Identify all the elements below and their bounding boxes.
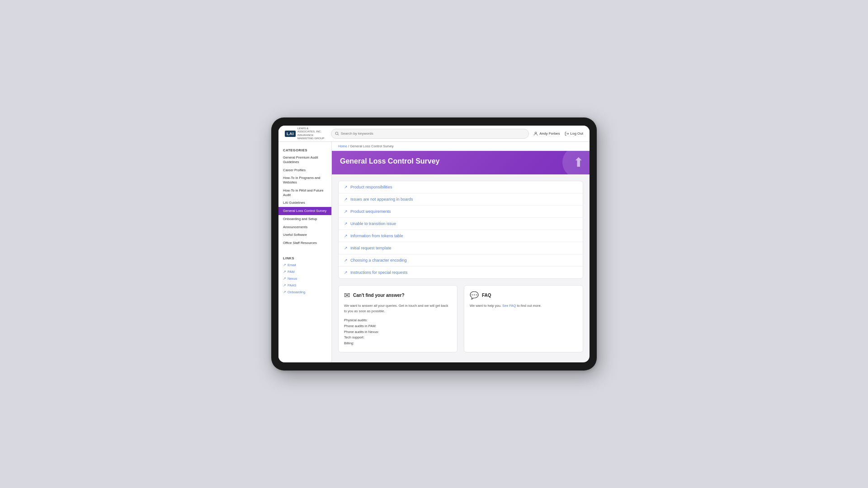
sidebar-link-paas[interactable]: ↗ PAAS (278, 282, 331, 289)
article-link-icon: ↗ (344, 209, 348, 214)
user-name: Andy Forbes (539, 131, 560, 136)
sidebar-link-email[interactable]: ↗ Email (278, 262, 331, 268)
breadcrumb-current: General Loss Control Survey (350, 144, 393, 148)
article-item[interactable]: ↗ Issues are not appearing in boards (339, 193, 583, 206)
contact-icon: ✉ (344, 291, 350, 300)
faq-card-body: We want to help you. See FAQ to find out… (470, 303, 577, 309)
external-link-icon: ↗ (283, 283, 286, 287)
external-link-icon: ↗ (283, 263, 286, 267)
user-icon (533, 131, 538, 136)
article-link-text: Product responsibilities (350, 185, 392, 189)
external-link-icon: ↗ (283, 277, 286, 281)
contact-info-line: Physical audits: (344, 318, 452, 324)
page-title: General Loss Control Survey (340, 157, 581, 165)
breadcrumb-home[interactable]: Home (338, 144, 347, 148)
logo-badge: LAI (285, 131, 296, 137)
sidebar-item-onboarding[interactable]: Onboarding and Setup (278, 215, 331, 223)
main-area: CATEGORIES General Premium Audit Guideli… (278, 142, 590, 362)
faq-card-title: FAQ (482, 293, 491, 298)
faq-body-prefix: We want to help you. (470, 304, 501, 308)
sidebar-item-howto-pam[interactable]: How-To in PAM and Future Audit (278, 187, 331, 199)
article-link-text: Initial request template (350, 246, 392, 250)
external-link-icon: ↗ (283, 270, 286, 274)
sidebar-link-onboarding[interactable]: ↗ Onboarding (278, 289, 331, 296)
page-header: General Loss Control Survey ⬆ (332, 151, 590, 174)
sidebar-item-useful-software[interactable]: Useful Software (278, 231, 331, 239)
article-link-text: Unable to transition issue (350, 221, 396, 226)
link-nexus-label: Nexus (288, 277, 297, 281)
article-link-icon: ↗ (344, 258, 348, 263)
svg-line-1 (338, 134, 339, 135)
categories-label: CATEGORIES (278, 146, 331, 154)
articles-list: ↗ Product responsibilities ↗ Issues are … (338, 181, 583, 279)
logout-button[interactable]: Log Out (565, 131, 583, 136)
article-link-icon: ↗ (344, 221, 348, 226)
article-link-icon: ↗ (344, 246, 348, 250)
sidebar: CATEGORIES General Premium Audit Guideli… (278, 142, 332, 362)
link-pam-label: PAM (288, 270, 295, 274)
article-link-icon: ↗ (344, 197, 348, 202)
article-link-text: Choosing a character encoding (350, 258, 407, 263)
article-item[interactable]: ↗ Choosing a character encoding (339, 254, 583, 267)
faq-body-suffix-text: to find out more. (517, 304, 542, 308)
article-item[interactable]: ↗ Instructions for special requests (339, 267, 583, 278)
article-link-icon: ↗ (344, 234, 348, 238)
contact-info-line: Phone audits in Nexus: (344, 329, 452, 335)
sidebar-item-office-staff[interactable]: Office Staff Resources (278, 239, 331, 247)
article-item[interactable]: ↗ Initial request template (339, 242, 583, 254)
svg-point-0 (335, 132, 338, 134)
content-area: Home / General Loss Control Survey Gener… (332, 142, 590, 362)
header-decoration: ⬆ (562, 151, 590, 174)
contact-card-title: Can't find your answer? (353, 293, 405, 298)
faq-card: 💬 FAQ We want to help you. See FAQ to fi… (464, 285, 583, 352)
article-link-text: Product wequirements (350, 209, 391, 214)
contact-card-body: We want to answer all your queries. Get … (344, 303, 452, 314)
sidebar-link-pam[interactable]: ↗ PAM (278, 268, 331, 275)
sidebar-item-howto-programs[interactable]: How-To in Programs and Websites (278, 174, 331, 187)
top-nav: LAI LEWIS & ASSOCIATES, INC. INSURANCE M… (278, 126, 590, 142)
article-link-text: Instructions for special requests (350, 270, 408, 275)
logo-subtext: LEWIS & ASSOCIATES, INC. INSURANCE MARKE… (297, 127, 325, 140)
sidebar-item-general-premium[interactable]: General Premium Audit Guidelines (278, 154, 331, 166)
article-item[interactable]: ↗ Information from tokens table (339, 230, 583, 242)
faq-card-header: 💬 FAQ (470, 291, 577, 300)
logout-icon (565, 131, 569, 136)
sidebar-item-career[interactable]: Career Profiles (278, 166, 331, 174)
contact-card-header: ✉ Can't find your answer? (344, 291, 452, 300)
search-input[interactable] (341, 131, 525, 136)
contact-info-line: Phone audits in PAM: (344, 324, 452, 329)
contact-info-line: Tech support: (344, 335, 452, 341)
nav-user: Andy Forbes Log Out (533, 131, 583, 136)
header-icon: ⬆ (573, 155, 584, 170)
link-onboarding-label: Onboarding (288, 290, 305, 294)
search-bar[interactable] (331, 129, 529, 139)
sidebar-link-nexus[interactable]: ↗ Nexus (278, 275, 331, 282)
article-link-icon: ↗ (344, 270, 348, 275)
article-link-text: Information from tokens table (350, 234, 403, 238)
article-item[interactable]: ↗ Product responsibilities (339, 181, 583, 193)
tablet-screen: LAI LEWIS & ASSOCIATES, INC. INSURANCE M… (278, 126, 590, 362)
logo-area: LAI LEWIS & ASSOCIATES, INC. INSURANCE M… (285, 127, 325, 140)
sidebar-item-general-loss[interactable]: General Loss Control Survey (278, 207, 331, 215)
article-item[interactable]: ↗ Unable to transition issue (339, 218, 583, 230)
svg-point-2 (535, 132, 537, 134)
article-item[interactable]: ↗ Product wequirements (339, 206, 583, 218)
search-icon (335, 131, 339, 136)
contact-info-line: Billing: (344, 341, 452, 347)
external-link-icon: ↗ (283, 290, 286, 294)
faq-link[interactable]: See FAQ (502, 304, 516, 308)
article-link-icon: ↗ (344, 185, 348, 189)
article-link-text: Issues are not appearing in boards (350, 197, 413, 202)
bottom-sections: ✉ Can't find your answer? We want to ans… (338, 285, 583, 352)
user-info: Andy Forbes (533, 131, 560, 136)
tablet-frame: LAI LEWIS & ASSOCIATES, INC. INSURANCE M… (271, 117, 597, 371)
contact-card: ✉ Can't find your answer? We want to ans… (338, 285, 458, 352)
logout-label: Log Out (571, 131, 583, 136)
breadcrumb: Home / General Loss Control Survey (332, 142, 590, 151)
link-paas-label: PAAS (288, 283, 296, 287)
faq-icon: 💬 (470, 291, 479, 300)
sidebar-item-lai-guidelines[interactable]: LAI Guidelines (278, 199, 331, 207)
link-email-label: Email (288, 263, 296, 267)
sidebar-item-announcements[interactable]: Announcements (278, 223, 331, 231)
links-label: LINKS (278, 254, 331, 262)
